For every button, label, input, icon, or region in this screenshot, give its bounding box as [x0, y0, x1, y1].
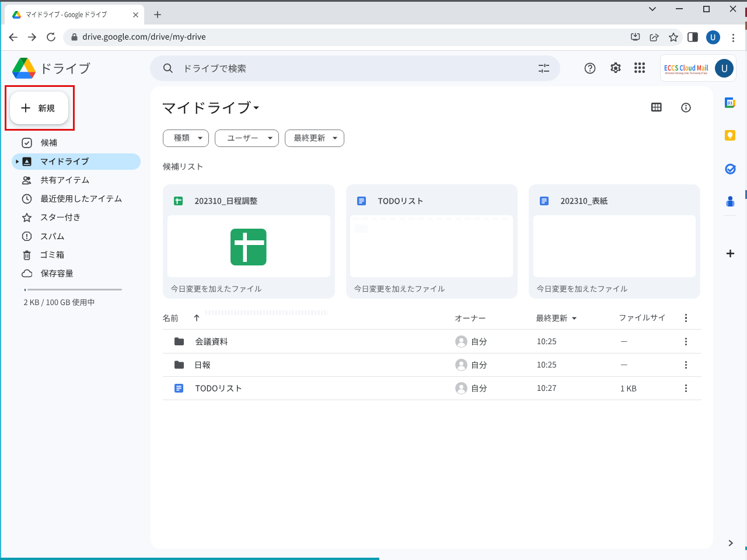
svg-text:31: 31 [727, 100, 732, 106]
